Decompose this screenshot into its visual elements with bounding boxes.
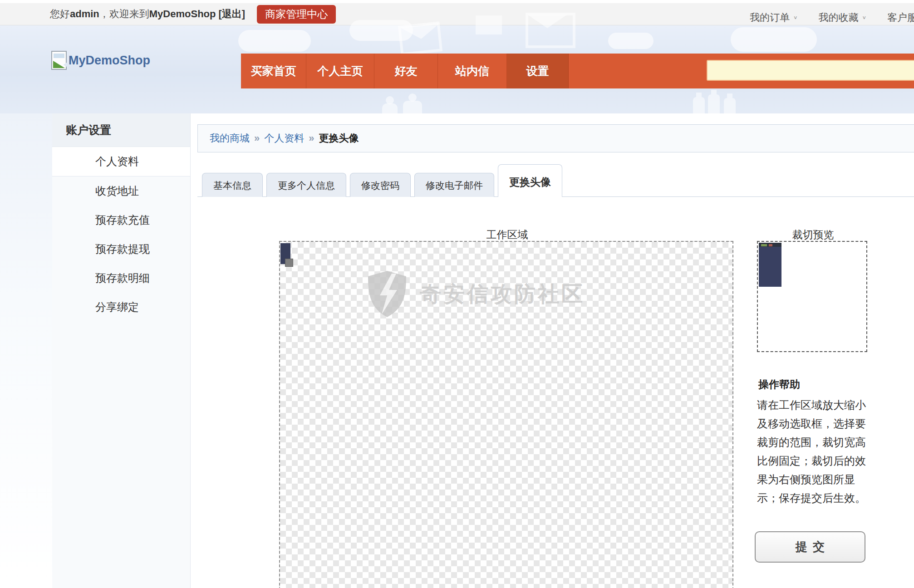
my-orders-label: 我的订单 [750, 11, 790, 24]
preview-thumbnail [759, 243, 781, 287]
watermark: 奇安信攻防社区 [366, 270, 585, 318]
chevron-down-icon: ∨ [793, 15, 798, 20]
main-nav: 买家首页 个人主页 好友 站内信 设置 [241, 54, 914, 88]
broken-image-icon [51, 51, 67, 70]
breadcrumb-separator: » [254, 132, 260, 144]
tabs: 基本信息 更多个人信息 修改密码 修改电子邮件 更换头像 [202, 164, 562, 197]
sidebar-item-share-binding[interactable]: 分享绑定 [52, 293, 190, 322]
greeting: 您好admin，欢迎来到 MyDemoShop[退出] 商家管理中心 [50, 5, 336, 24]
help-title: 操作帮助 [758, 377, 800, 392]
breadcrumb-separator: » [309, 132, 314, 144]
nav-item-profile-home[interactable]: 个人主页 [306, 54, 374, 88]
nav-item-messages[interactable]: 站内信 [438, 54, 507, 88]
search-input[interactable] [707, 60, 914, 81]
crop-preview-box [757, 241, 867, 352]
my-favorites-label: 我的收藏 [819, 11, 859, 24]
top-bar: 您好admin，欢迎来到 MyDemoShop[退出] 商家管理中心 我的订单 … [0, 0, 914, 25]
envelope-icon [526, 13, 575, 48]
content-wrapper: 账户设置 个人资料 收货地址 预存款充值 预存款提现 预存款明细 分享绑定 我的… [52, 113, 914, 588]
shop-logo-link[interactable]: MyDemoShop [51, 51, 150, 70]
my-orders-menu[interactable]: 我的订单 ∨ [750, 11, 798, 24]
sidebar-item-deposit-withdraw[interactable]: 预存款提现 [52, 235, 190, 264]
customer-service-label: 客户服务 [887, 11, 914, 24]
crop-preview-title: 裁切预览 [757, 228, 869, 242]
preview-pixel-red [769, 244, 772, 246]
sidebar: 账户设置 个人资料 收货地址 预存款充值 预存款提现 预存款明细 分享绑定 [52, 113, 191, 588]
nav-item-buyer-home[interactable]: 买家首页 [241, 54, 306, 88]
tab-more-info[interactable]: 更多个人信息 [266, 173, 346, 197]
customer-service-menu[interactable]: 客户服务 [887, 11, 914, 24]
nav-item-settings[interactable]: 设置 [507, 54, 569, 88]
workspace-title: 工作区域 [279, 228, 735, 242]
breadcrumb-link-mall[interactable]: 我的商城 [210, 132, 250, 145]
breadcrumb-current: 更换头像 [319, 132, 359, 145]
shop-name: MyDemoShop [149, 8, 216, 20]
greeting-prefix: 您好 [50, 7, 70, 21]
cloud-icon [608, 33, 654, 49]
envelope-icon [476, 15, 502, 34]
help-text: 请在工作区域放大缩小 及移动选取框，选择要 裁剪的范围，裁切宽高 比例固定；裁切… [757, 396, 876, 507]
username: admin [70, 8, 99, 20]
tab-change-avatar[interactable]: 更换头像 [498, 164, 562, 197]
avatar-crop-workspace[interactable]: 奇安信攻防社区 [279, 241, 733, 588]
sidebar-item-profile[interactable]: 个人资料 [52, 147, 190, 176]
chevron-down-icon: ∨ [862, 15, 867, 20]
sidebar-item-deposit-detail[interactable]: 预存款明细 [52, 264, 190, 293]
envelope-icon [398, 21, 442, 55]
preview-pixel-green [761, 244, 767, 246]
tab-change-password[interactable]: 修改密码 [350, 173, 411, 197]
breadcrumb: 我的商城 » 个人资料 » 更换头像 [197, 124, 914, 152]
cloud-icon [731, 27, 817, 52]
tab-change-email[interactable]: 修改电子邮件 [414, 173, 494, 197]
watermark-text: 奇安信攻防社区 [420, 280, 585, 309]
shop-logo-alt-text: MyDemoShop [69, 54, 150, 68]
merchant-center-button[interactable]: 商家管理中心 [257, 5, 336, 24]
crop-resize-handle[interactable] [285, 259, 293, 267]
sidebar-title: 账户设置 [52, 113, 190, 147]
nav-item-friends[interactable]: 好友 [374, 54, 438, 88]
cloud-icon [238, 30, 311, 52]
sidebar-item-address[interactable]: 收货地址 [52, 176, 190, 206]
tab-basic-info[interactable]: 基本信息 [202, 173, 263, 197]
logout-link[interactable]: [退出] [218, 7, 245, 21]
greeting-middle: ，欢迎来到 [99, 7, 149, 21]
sidebar-item-deposit-recharge[interactable]: 预存款充值 [52, 206, 190, 235]
page-left-strip [0, 113, 52, 588]
shield-bolt-icon [366, 270, 408, 318]
my-favorites-menu[interactable]: 我的收藏 ∨ [819, 11, 867, 24]
breadcrumb-link-profile[interactable]: 个人资料 [264, 132, 304, 145]
submit-button[interactable]: 提交 [755, 531, 865, 563]
